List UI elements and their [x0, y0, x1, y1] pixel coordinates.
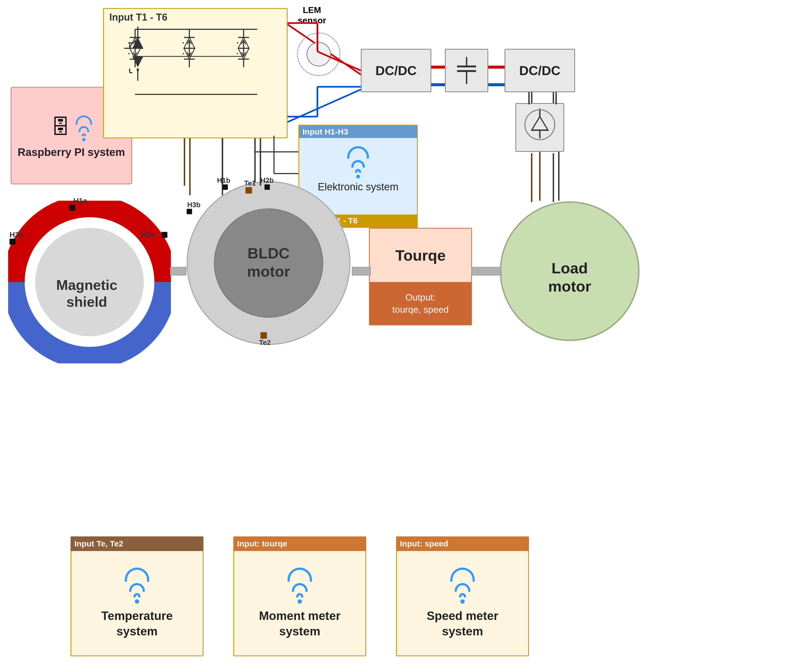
- te2-label: Te2: [259, 339, 271, 347]
- diagram: 🗄 Raspberry PI system Input T1 - T6: [0, 0, 810, 672]
- h1b-dot: [223, 184, 228, 190]
- svg-rect-111: [170, 267, 186, 275]
- raspberry-label: Raspberry PI system: [18, 146, 125, 158]
- torque-output-label: Output:tourqe, speed: [392, 291, 449, 315]
- speed-header: Input: speed: [396, 536, 529, 551]
- torque-box: Tourqe Output:tourqe, speed: [369, 228, 472, 325]
- diode-box: [515, 103, 564, 152]
- h1b-label: H1b: [217, 176, 230, 185]
- moment-meter-box: Input: tourqe Moment metersystem: [233, 536, 366, 656]
- load-motor-label: Loadmotor: [515, 259, 624, 295]
- moment-label: Moment metersystem: [259, 608, 341, 639]
- speed-wifi-icon: [450, 568, 475, 604]
- h2a-dot: [161, 232, 167, 238]
- svg-rect-112: [352, 267, 371, 275]
- h2b-dot: [265, 184, 270, 190]
- moment-header: Input: tourqe: [233, 536, 366, 551]
- dcdc1-label: DC/DC: [375, 63, 417, 78]
- svg-line-1: [287, 89, 361, 122]
- moment-wifi-icon: [287, 568, 312, 604]
- diode-symbol: [523, 108, 556, 147]
- elektronic-wifi-icon: [347, 146, 369, 179]
- svg-marker-85: [532, 116, 548, 130]
- h3a-label: H3a: [10, 231, 23, 239]
- temp-wifi-icon: [125, 568, 149, 604]
- dcdc-box-2: DC/DC: [505, 49, 575, 92]
- svg-rect-113: [471, 267, 501, 275]
- database-icon: 🗄: [51, 116, 70, 138]
- bldc-label: BLDCmotor: [212, 244, 326, 280]
- h2b-label: H2b: [260, 176, 274, 185]
- magnetic-shield-label: Magneticshield: [35, 276, 138, 310]
- speed-label: Speed metersystem: [427, 608, 498, 639]
- inverter-box: Input T1 - T6: [103, 8, 287, 138]
- dcdc-box-1: DC/DC: [361, 49, 431, 92]
- torque-label: Tourqe: [395, 246, 446, 264]
- svg-marker-23: [132, 56, 143, 67]
- capacitor-symbol: [453, 57, 480, 84]
- svg-marker-22: [137, 35, 139, 39]
- temperature-header: Input Te, Te2: [71, 536, 203, 551]
- te2-dot: [260, 332, 267, 339]
- temperature-label: Temperaturesystem: [101, 608, 172, 639]
- te1-dot: [245, 187, 252, 194]
- h1a-label: H1a: [73, 197, 87, 205]
- temperature-box: Input Te, Te2 Temperaturesystem: [71, 536, 203, 656]
- capacitor-box: [445, 49, 488, 92]
- lem-sensor-label: LEM sensor: [296, 5, 328, 26]
- h2a-label: H2a: [141, 231, 155, 239]
- h3a-dot: [10, 239, 15, 244]
- h1a-dot: [69, 205, 75, 211]
- wifi-icon: [76, 116, 92, 141]
- h3b-label: H3b: [187, 201, 201, 209]
- igbt-symbols: [108, 24, 282, 127]
- speed-meter-box: Input: speed Speed metersystem: [396, 536, 529, 656]
- dcdc2-label: DC/DC: [519, 63, 560, 78]
- te1-label: Te1: [244, 179, 256, 187]
- svg-marker-27: [137, 69, 139, 74]
- h3b-dot: [187, 209, 192, 214]
- inverter-label: Input T1 - T6: [107, 11, 170, 24]
- elektronic-header: Input H1-H3: [299, 126, 417, 138]
